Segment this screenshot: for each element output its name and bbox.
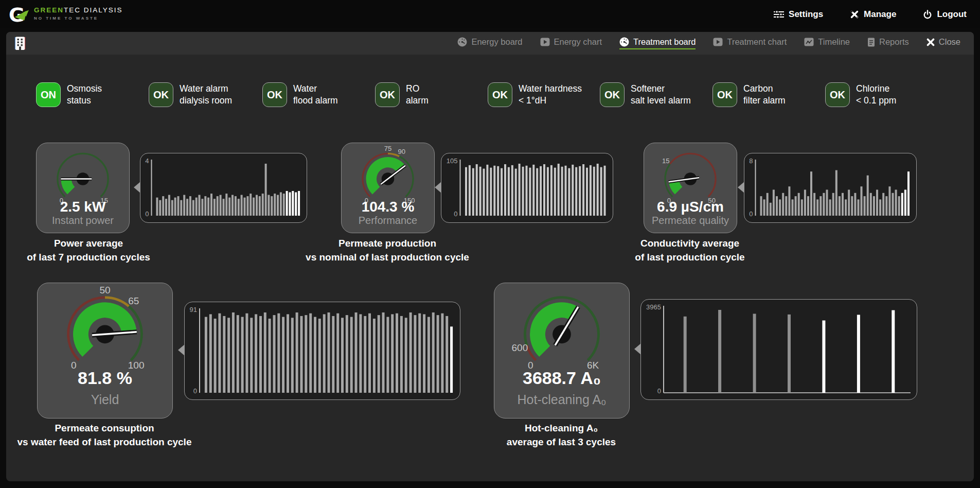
gauge-instant-power: 015 2.5 kW Instant power bbox=[36, 143, 130, 233]
tab-label: Close bbox=[939, 37, 960, 47]
video-icon bbox=[540, 38, 550, 46]
header: G GREENTEC DIALYSIS NO TIME TO WASTE Set… bbox=[0, 0, 980, 28]
status-badge: OK bbox=[262, 82, 287, 107]
status-badge: OK bbox=[825, 82, 850, 107]
gauge-subtitle: Instant power bbox=[37, 215, 129, 226]
gauge-performance: 07590150 104.3 % Performance bbox=[341, 143, 435, 233]
power-icon bbox=[923, 10, 932, 19]
svg-text:8: 8 bbox=[749, 157, 753, 165]
logout-menu-item[interactable]: Logout bbox=[923, 9, 967, 20]
brand-tagline: NO TIME TO WASTE bbox=[34, 16, 123, 21]
tab-treatment-board[interactable]: Treatment board bbox=[619, 37, 696, 49]
tab-treatment-chart[interactable]: Treatment chart bbox=[713, 37, 787, 49]
status-water-alarm-dialysis: OK Water alarmdialysis room bbox=[149, 82, 232, 107]
gauge-value: 104.3 % bbox=[342, 199, 434, 215]
caption-line: Conductivity average bbox=[582, 237, 798, 251]
bar-chart-hot-cleaning: 39650 bbox=[640, 299, 917, 400]
badge-label-line: filter alarm bbox=[743, 95, 786, 107]
badge-label-line: salt level alarm bbox=[631, 95, 691, 107]
svg-text:0: 0 bbox=[193, 387, 197, 395]
line-chart-icon bbox=[804, 38, 814, 46]
logout-label: Logout bbox=[937, 9, 967, 20]
svg-text:0: 0 bbox=[657, 387, 661, 395]
view-tabs: Energy board Energy chart Treatment bbox=[457, 32, 960, 55]
tab-label: Energy board bbox=[471, 37, 522, 47]
svg-text:15: 15 bbox=[662, 157, 670, 165]
status-water-flood: OK Waterflood alarm bbox=[262, 82, 338, 107]
gauge-icon bbox=[619, 37, 629, 47]
status-badge: OK bbox=[600, 82, 625, 107]
brand-green-text: GREEN bbox=[34, 6, 64, 14]
bar-chart-permeate-production: 1050 bbox=[441, 153, 613, 223]
badge-label-line: Water alarm bbox=[180, 83, 232, 95]
status-softener-salt: OK Softenersalt level alarm bbox=[600, 82, 691, 107]
settings-menu-item[interactable]: Settings bbox=[774, 9, 823, 20]
status-badge: OK bbox=[375, 82, 400, 107]
tab-label: Treatment board bbox=[633, 37, 696, 47]
status-osmosis: ON Osmosisstatus bbox=[36, 82, 102, 107]
settings-label: Settings bbox=[789, 9, 823, 20]
svg-text:65: 65 bbox=[128, 295, 139, 306]
tab-label: Reports bbox=[879, 37, 909, 47]
badge-label-line: status bbox=[67, 95, 102, 107]
svg-text:3965: 3965 bbox=[646, 303, 661, 311]
gauge-subtitle: Hot-cleaning A₀ bbox=[494, 392, 629, 407]
brand-rest-text: TEC DIALYSIS bbox=[64, 6, 123, 14]
caption-line: vs nominal of last production cycle bbox=[279, 251, 495, 265]
caption-permeate-consumption: Permeate consuption vs water feed of las… bbox=[0, 422, 212, 449]
caption-permeate-production: Permeate production vs nominal of last p… bbox=[279, 237, 495, 264]
status-chlorine: OK Chlorine< 0.1 ppm bbox=[825, 82, 896, 107]
badge-label-line: Water hardness bbox=[519, 83, 582, 95]
gauge-icon bbox=[457, 37, 467, 47]
gauge-value: 6.9 µS/cm bbox=[644, 199, 737, 215]
tab-timeline[interactable]: Timeline bbox=[804, 37, 850, 49]
building-icon bbox=[14, 37, 26, 50]
svg-text:4: 4 bbox=[145, 157, 149, 165]
bar-chart: 39650 bbox=[641, 300, 917, 399]
caption-line: Permeate consuption bbox=[0, 422, 212, 435]
svg-text:50: 50 bbox=[99, 285, 110, 295]
greentec-logo-icon: G bbox=[8, 4, 30, 25]
status-water-hardness: OK Water hardness< 1°dH bbox=[488, 82, 582, 107]
tab-energy-chart[interactable]: Energy chart bbox=[540, 37, 602, 49]
view-tabs-bar: Energy board Energy chart Treatment bbox=[6, 32, 974, 55]
caption-line: Permeate production bbox=[279, 237, 495, 251]
badge-label-line: RO bbox=[406, 83, 429, 95]
status-badge: OK bbox=[149, 82, 173, 107]
gauge-dial: 05065100 bbox=[38, 285, 172, 377]
caption-line: average of last 3 cycles bbox=[453, 435, 669, 449]
bar-chart-power: 40 bbox=[140, 153, 307, 223]
badge-label-line: Carbon bbox=[743, 83, 786, 95]
svg-text:105: 105 bbox=[447, 157, 458, 165]
tab-energy-board[interactable]: Energy board bbox=[457, 37, 522, 49]
badge-label-line: dialysis room bbox=[180, 95, 232, 107]
gauge-subtitle: Yield bbox=[38, 392, 172, 407]
caption-power-average: Power average of last 7 production cycle… bbox=[0, 237, 197, 264]
bar-chart-conductivity: 80 bbox=[744, 153, 917, 223]
tab-reports[interactable]: Reports bbox=[867, 37, 909, 49]
gauge-permeate-quality: 01550 6.9 µS/cm Permeate quality bbox=[644, 143, 737, 233]
tab-label: Treatment chart bbox=[727, 37, 787, 47]
badge-label-line: Softener bbox=[631, 83, 691, 95]
svg-text:91: 91 bbox=[190, 306, 197, 313]
main-panel: Energy board Energy chart Treatment bbox=[6, 32, 974, 481]
document-icon bbox=[867, 38, 875, 47]
tab-label: Timeline bbox=[818, 37, 850, 47]
badge-label-line: < 1°dH bbox=[519, 95, 582, 107]
badge-label-line: alarm bbox=[406, 95, 429, 107]
gauge-dial: 06006K bbox=[494, 285, 629, 377]
badge-label-line: < 0.1 ppm bbox=[856, 95, 896, 107]
bar-chart: 910 bbox=[185, 302, 460, 399]
manage-menu-item[interactable]: Manage bbox=[850, 9, 896, 20]
badge-label-line: Osmosis bbox=[67, 83, 102, 95]
tab-close[interactable]: Close bbox=[926, 37, 960, 49]
gauge-value: 3688.7 A₀ bbox=[494, 368, 629, 388]
svg-text:0: 0 bbox=[454, 210, 457, 218]
treatment-board-page: G GREENTEC DIALYSIS NO TIME TO WASTE Set… bbox=[0, 0, 980, 488]
svg-text:75: 75 bbox=[384, 145, 392, 152]
gauge-subtitle: Permeate quality bbox=[644, 215, 737, 226]
tab-label: Energy chart bbox=[554, 37, 602, 47]
caption-conductivity: Conductivity average of last production … bbox=[582, 237, 798, 264]
status-ro-alarm: OK ROalarm bbox=[375, 82, 429, 107]
status-carbon-filter: OK Carbonfilter alarm bbox=[712, 82, 786, 107]
